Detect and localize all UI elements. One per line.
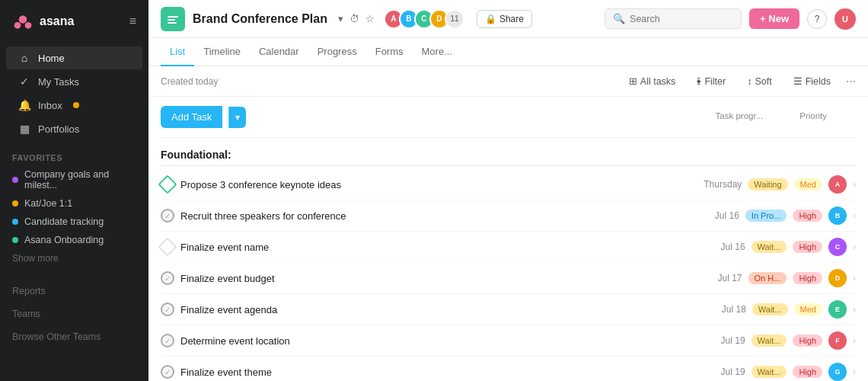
sidebar-item-asana-onboarding[interactable]: Asana Onboarding [0, 231, 148, 249]
section-title: Foundational: [161, 138, 856, 165]
sidebar-item-company-goals[interactable]: Company goals and milest... [0, 165, 148, 194]
status-badge[interactable]: Wait... [752, 366, 787, 378]
tab-list[interactable]: List [161, 38, 194, 66]
status-badge[interactable]: Wait... [752, 241, 787, 253]
sidebar-item-label: Home [38, 53, 65, 64]
task-avatar: E [828, 300, 847, 319]
sidebar-teams[interactable]: Teams [0, 303, 148, 325]
task-check[interactable] [161, 303, 174, 316]
sidebar-item-inbox[interactable]: 🔔 Inbox [6, 94, 142, 117]
svg-rect-3 [168, 16, 178, 18]
svg-rect-4 [168, 19, 175, 21]
chevron-right-icon[interactable]: › [853, 273, 856, 283]
chevron-right-icon[interactable]: › [853, 304, 856, 315]
help-button[interactable]: ? [807, 9, 827, 29]
created-label: Created today [161, 76, 218, 87]
priority-badge[interactable]: High [793, 210, 822, 222]
add-task-row: Add Task ▾ Task progr... Priority [161, 97, 856, 138]
task-check[interactable] [161, 271, 174, 285]
toolbar: Created today ⊞ All tasks ⧱ Filter ↕ Sof… [148, 66, 868, 97]
sidebar-item-label: Inbox [38, 100, 62, 111]
asana-logo-icon [12, 11, 34, 32]
task-name[interactable]: Propose 3 conference keynote ideas [180, 179, 682, 190]
task-check[interactable] [158, 237, 177, 256]
table-row: Recruit three speakers for conference Ju… [161, 200, 856, 232]
status-badge[interactable]: Waiting [748, 178, 787, 190]
sidebar-header: asana ≡ [0, 0, 148, 43]
sidebar-item-portfolios[interactable]: ▦ Portfolios [6, 117, 142, 140]
chevron-right-icon[interactable]: › [853, 335, 856, 346]
tab-timeline[interactable]: Timeline [194, 38, 250, 66]
priority-badge[interactable]: Med [794, 178, 822, 190]
tab-forms[interactable]: Forms [366, 38, 413, 66]
tab-more[interactable]: More... [413, 38, 461, 66]
all-tasks-button[interactable]: ⊞ All tasks [623, 72, 682, 90]
task-name[interactable]: Finalize event budget [180, 273, 683, 284]
favorite-label: Candidate tracking [24, 216, 104, 227]
search-input[interactable] [630, 14, 733, 24]
sidebar-collapse-icon[interactable]: ≡ [129, 14, 136, 28]
filter-button[interactable]: ⧱ Filter [691, 73, 732, 90]
asana-logo: asana [12, 11, 74, 32]
sidebar-browse[interactable]: Browse Other Teams [0, 325, 148, 348]
task-name[interactable]: Finalize event theme [180, 367, 686, 378]
asana-logo-text: asana [40, 14, 74, 28]
favorite-label: Asana Onboarding [24, 235, 104, 245]
table-row: Finalize event name Jul 16 Wait... High … [161, 232, 856, 263]
share-button[interactable]: 🔒 Share [477, 10, 532, 28]
status-badge[interactable]: In Pro... [745, 210, 787, 222]
tab-progress[interactable]: Progress [308, 38, 366, 66]
sidebar-nav: ⌂ Home ✓ My Tasks 🔔 Inbox ▦ Portfolios [0, 43, 148, 144]
col-task-progress: Task progr... [716, 111, 764, 120]
dropdown-icon[interactable]: ▾ [338, 13, 343, 24]
fav-dot [12, 237, 18, 243]
priority-badge[interactable]: High [793, 366, 822, 378]
chevron-right-icon[interactable]: › [853, 210, 856, 221]
bell-icon: 🔔 [18, 99, 30, 111]
sort-button[interactable]: ↕ Soft [741, 73, 778, 90]
add-task-button[interactable]: Add Task [161, 106, 222, 128]
add-task-dropdown[interactable]: ▾ [228, 107, 246, 128]
task-name[interactable]: Finalize event name [180, 242, 686, 253]
show-more[interactable]: Show more [0, 249, 148, 267]
status-badge[interactable]: Wait... [752, 335, 787, 347]
chevron-right-icon[interactable]: › [853, 242, 856, 252]
fields-button[interactable]: ☰ Fields [787, 72, 837, 90]
more-options-icon[interactable]: ⋯ [846, 75, 856, 87]
status-badge[interactable]: On H... [748, 272, 787, 284]
task-name[interactable]: Finalize event agenda [180, 304, 687, 315]
table-row: Propose 3 conference keynote ideas Thurs… [161, 169, 856, 200]
svg-rect-5 [168, 22, 177, 24]
task-check[interactable] [161, 209, 174, 223]
table-row: Determine event location Jul 19 Wait... … [161, 325, 856, 357]
sidebar-item-label: Portfolios [38, 123, 79, 135]
sidebar-item-candidate-tracking[interactable]: Candidate tracking [0, 213, 148, 231]
priority-badge[interactable]: Med [794, 303, 822, 315]
star-icon[interactable]: ☆ [365, 13, 375, 24]
sidebar-reports[interactable]: Reports [0, 280, 148, 303]
sidebar-item-kat-joe[interactable]: Kat/Joe 1:1 [0, 194, 148, 213]
chevron-right-icon[interactable]: › [853, 367, 856, 377]
task-check[interactable] [158, 174, 177, 194]
svg-point-2 [25, 22, 32, 29]
status-badge[interactable]: Wait... [752, 303, 788, 315]
tab-calendar[interactable]: Calendar [250, 38, 308, 66]
portfolios-icon: ▦ [18, 123, 30, 135]
user-avatar[interactable]: U [834, 8, 856, 30]
new-button[interactable]: + New [749, 8, 799, 29]
task-name[interactable]: Recruit three speakers for conference [180, 210, 680, 222]
clock-icon[interactable]: ⏱ [349, 13, 359, 24]
task-name[interactable]: Determine event location [180, 335, 686, 347]
project-icon-svg [166, 12, 180, 26]
sidebar-item-my-tasks[interactable]: ✓ My Tasks [6, 70, 142, 93]
home-icon: ⌂ [18, 52, 30, 64]
task-check[interactable] [161, 365, 174, 379]
search-box[interactable]: 🔍 [605, 8, 742, 29]
favorites-label: Favorites [0, 144, 148, 165]
sidebar-item-home[interactable]: ⌂ Home [6, 46, 142, 69]
task-check[interactable] [161, 334, 174, 347]
priority-badge[interactable]: High [793, 335, 822, 347]
priority-badge[interactable]: High [793, 272, 822, 284]
chevron-right-icon[interactable]: › [853, 179, 856, 190]
priority-badge[interactable]: High [793, 241, 822, 253]
